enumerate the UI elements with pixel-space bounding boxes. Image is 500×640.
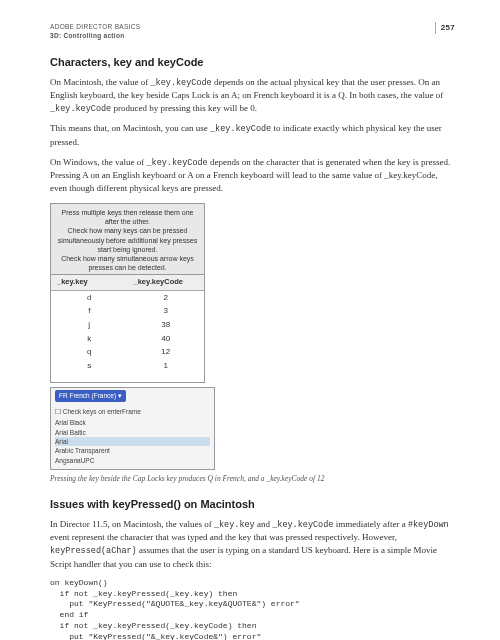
language-dropdown[interactable]: FR French (France) ▾ <box>55 390 126 401</box>
header-title: ADOBE DIRECTOR BASICS <box>50 22 140 31</box>
figure-instructions: Press multiple keys then release them on… <box>50 203 205 275</box>
col-header-keycode: _key.keyCode <box>128 275 205 290</box>
table-row: s1 <box>51 359 204 373</box>
font-list-item: Arabic Transparent <box>55 446 210 455</box>
table-row: d2 <box>51 291 204 305</box>
header-subtitle: 3D: Controlling action <box>50 31 140 40</box>
font-list-item: Arial Black <box>55 418 210 427</box>
table-row: j38 <box>51 318 204 332</box>
paragraph: This means that, on Macintosh, you can u… <box>50 122 455 148</box>
table-row: k40 <box>51 332 204 346</box>
col-header-key: _key.key <box>51 275 128 290</box>
page-number: 257 <box>435 22 455 34</box>
paragraph: In Director 11.5, on Macintosh, the valu… <box>50 518 455 571</box>
table-row: q12 <box>51 345 204 359</box>
section-heading-2: Issues with keyPressed() on Macintosh <box>50 497 455 513</box>
page-header: ADOBE DIRECTOR BASICS 3D: Controlling ac… <box>50 22 455 41</box>
figure-settings-panel: FR French (France) ▾ ☐ Check keys on ent… <box>50 387 215 470</box>
paragraph: On Macintosh, the value of _key.keyCode … <box>50 76 455 116</box>
code-block: on keyDown() if not _key.keyPressed(_key… <box>50 578 455 640</box>
paragraph: On Windows, the value of _key.keyCode de… <box>50 156 455 195</box>
checkbox-enterframe[interactable]: ☐ Check keys on enterFrame <box>55 407 210 416</box>
figure-keyboard-tool: Press multiple keys then release them on… <box>50 203 205 383</box>
font-list-item: Arial <box>55 437 210 446</box>
font-list-item: AngsanaUPC <box>55 456 210 465</box>
table-row: f3 <box>51 304 204 318</box>
figure-key-table: _key.key _key.keyCode d2 f3 j38 k40 q12 … <box>50 275 205 383</box>
figure-caption: Pressing the key beside the Cap Locks ke… <box>50 474 455 485</box>
section-heading-1: Characters, key and keyCode <box>50 55 455 71</box>
font-list-item: Arial Baltic <box>55 428 210 437</box>
